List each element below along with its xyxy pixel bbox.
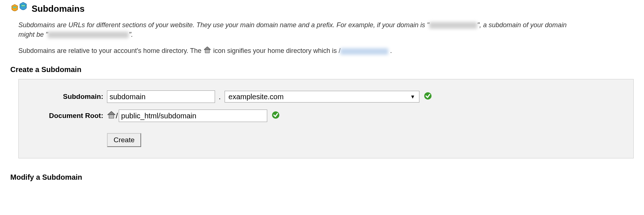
chevron-down-icon: ▼ xyxy=(410,94,415,100)
redacted-domain: xxxxxxx xyxy=(429,22,477,29)
create-subdomain-form: Subdomain: . examplesite.com ▼ Document … xyxy=(18,79,634,158)
svg-point-3 xyxy=(15,7,16,8)
svg-point-2 xyxy=(14,7,15,8)
redacted-home-path: xxxxxxx xyxy=(340,48,388,55)
subdomains-icon xyxy=(10,2,28,15)
subdomain-label: Subdomain: xyxy=(26,93,107,101)
intro-paragraph-2: Subdomains are relative to your account'… xyxy=(18,46,570,57)
page-title: Subdomains xyxy=(32,4,85,14)
document-root-input[interactable] xyxy=(119,110,267,122)
subdomain-input[interactable] xyxy=(107,90,215,103)
svg-marker-9 xyxy=(204,47,211,50)
svg-point-7 xyxy=(24,5,25,6)
page-header: Subdomains xyxy=(10,2,634,15)
svg-marker-12 xyxy=(108,111,115,115)
docroot-prefix: / xyxy=(116,112,118,120)
check-valid-icon xyxy=(272,111,280,121)
docroot-label: Document Root: xyxy=(26,112,107,120)
home-icon xyxy=(203,46,211,57)
domain-select-value: examplesite.com xyxy=(229,93,284,101)
home-icon xyxy=(107,111,116,121)
dot-separator: . xyxy=(215,93,225,101)
modify-subdomain-heading: Modify a Subdomain xyxy=(10,173,634,182)
redacted-subdomain: xxxxxxxxxxxx xyxy=(48,32,129,38)
domain-select[interactable]: examplesite.com ▼ xyxy=(225,91,419,103)
intro-paragraph-1: Subdomains are URLs for different sectio… xyxy=(18,20,570,39)
svg-point-13 xyxy=(272,111,279,119)
create-subdomain-heading: Create a Subdomain xyxy=(10,65,634,74)
svg-point-10 xyxy=(424,92,432,100)
check-valid-icon xyxy=(424,92,432,102)
svg-point-1 xyxy=(13,7,14,8)
svg-point-5 xyxy=(22,5,22,6)
create-button[interactable]: Create xyxy=(107,133,141,147)
svg-point-6 xyxy=(23,5,24,6)
